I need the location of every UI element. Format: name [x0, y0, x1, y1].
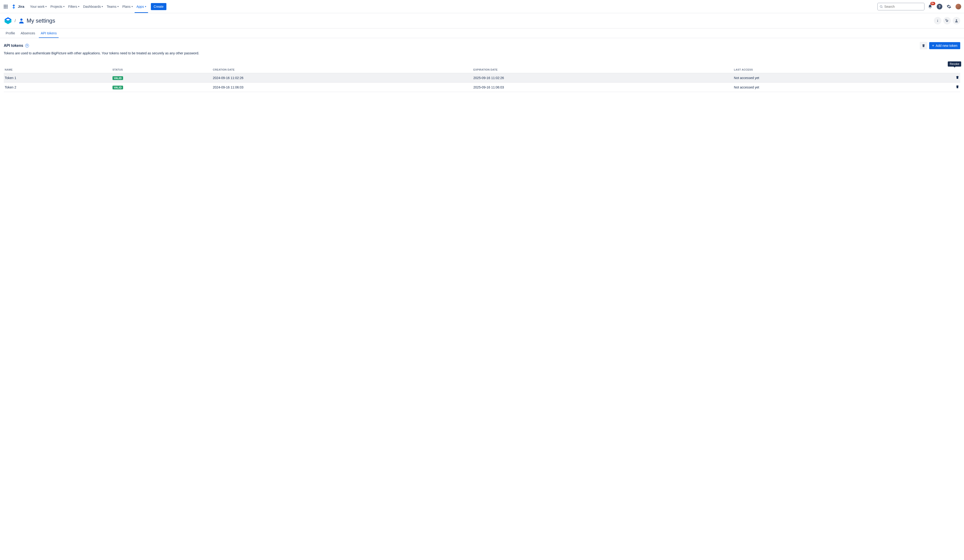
cell-name: Token 1 — [4, 73, 112, 83]
user-avatar[interactable] — [956, 4, 961, 10]
revoke-tooltip: Revoke — [948, 62, 961, 67]
app-switcher-icon[interactable] — [3, 4, 8, 10]
help-icon[interactable]: ? — [25, 44, 29, 47]
trash-icon — [956, 75, 959, 79]
help-button[interactable]: ? — [936, 3, 943, 10]
settings-button[interactable] — [945, 3, 953, 10]
person-icon — [954, 19, 958, 23]
chevron-down-icon: ▾ — [145, 5, 146, 8]
nav-item-apps[interactable]: Apps▾ — [135, 0, 148, 13]
tabs: ProfileAbsencesAPI tokens — [0, 28, 964, 38]
section-header: API tokens ? + Add new token — [4, 42, 960, 49]
trash-icon — [922, 44, 925, 47]
cell-name: Token 2 — [4, 83, 112, 92]
notification-badge: 9+ — [930, 2, 935, 5]
col-status: STATUS — [112, 66, 212, 73]
create-button[interactable]: Create — [151, 3, 166, 10]
svg-point-5 — [20, 19, 22, 21]
svg-rect-7 — [937, 21, 938, 22]
info-button[interactable] — [934, 17, 941, 24]
account-button[interactable] — [953, 17, 960, 24]
status-badge: VALID — [112, 76, 123, 80]
top-nav: Jira Your work▾Projects▾Filters▾Dashboar… — [0, 0, 964, 13]
tab-absences[interactable]: Absences — [19, 28, 37, 38]
table-row: Token 1VALID2024-09-16 11:02:262025-09-1… — [4, 73, 960, 83]
cell-last-access: Not accessed yet — [733, 73, 951, 83]
svg-line-1 — [882, 7, 883, 8]
nav-item-label: Your work — [30, 5, 45, 8]
cell-created: 2024-09-16 11:02:26 — [212, 73, 472, 83]
col-expiration-date: EXPIRATION DATE — [472, 66, 733, 73]
table-body: Token 1VALID2024-09-16 11:02:262025-09-1… — [4, 73, 960, 92]
revoke-button[interactable] — [951, 73, 960, 83]
nav-item-label: Dashboards — [83, 5, 101, 8]
nav-item-label: Teams — [107, 5, 116, 8]
col-name: NAME — [4, 66, 112, 73]
search-input[interactable] — [884, 5, 922, 8]
search-icon — [879, 5, 883, 8]
tokens-table: NAMESTATUSCREATION DATEEXPIRATION DATELA… — [4, 66, 960, 92]
delete-all-button[interactable] — [920, 42, 927, 49]
svg-point-0 — [880, 5, 882, 7]
nav-item-filters[interactable]: Filters▾ — [66, 0, 81, 13]
nav-item-dashboards[interactable]: Dashboards▾ — [81, 0, 105, 13]
api-tokens-section: API tokens ? + Add new token Tokens are … — [0, 38, 964, 96]
table-row: Token 2VALID2024-09-16 11:06:032025-09-1… — [4, 83, 960, 92]
plus-icon: + — [932, 44, 934, 47]
add-token-label: Add new token — [936, 44, 957, 47]
status-badge: VALID — [112, 86, 123, 90]
wrench-icon — [945, 19, 949, 23]
page-title: My settings — [27, 18, 55, 24]
user-icon — [18, 18, 25, 24]
table-header-row: NAMESTATUSCREATION DATEEXPIRATION DATELA… — [4, 66, 960, 73]
cell-last-access: Not accessed yet — [733, 83, 951, 92]
cell-expires: 2025-09-16 11:02:26 — [472, 73, 733, 83]
nav-item-teams[interactable]: Teams▾ — [105, 0, 120, 13]
nav-item-plans[interactable]: Plans▾ — [120, 0, 135, 13]
nav-item-label: Plans — [122, 5, 130, 8]
breadcrumb-separator: / — [15, 18, 16, 23]
chevron-down-icon: ▾ — [46, 5, 47, 8]
cell-created: 2024-09-16 11:06:03 — [212, 83, 472, 92]
page-header: / My settings — [0, 13, 964, 28]
chevron-down-icon: ▾ — [63, 5, 65, 8]
chevron-down-icon: ▾ — [102, 5, 103, 8]
section-title: API tokens — [4, 44, 23, 48]
tab-api-tokens[interactable]: API tokens — [39, 28, 59, 38]
section-description: Tokens are used to authenticate BigPictu… — [4, 51, 960, 55]
chevron-down-icon: ▾ — [78, 5, 79, 8]
info-icon — [936, 19, 940, 23]
revoke-button[interactable] — [951, 83, 960, 92]
add-token-button[interactable]: + Add new token — [929, 42, 960, 49]
tools-button[interactable] — [943, 17, 951, 24]
nav-item-label: Filters — [68, 5, 77, 8]
jira-product-name: Jira — [18, 5, 24, 8]
svg-point-6 — [937, 20, 938, 20]
col-actions: Revoke — [951, 66, 960, 73]
gear-icon — [946, 4, 951, 9]
nav-item-your-work[interactable]: Your work▾ — [28, 0, 49, 13]
cell-status: VALID — [112, 83, 212, 92]
search-box[interactable] — [878, 3, 925, 10]
svg-point-8 — [956, 20, 957, 21]
col-last-access: LAST ACCESS — [733, 66, 951, 73]
bigpicture-logo-icon[interactable] — [4, 16, 12, 25]
cell-expires: 2025-09-16 11:06:03 — [472, 83, 733, 92]
question-icon: ? — [937, 4, 942, 10]
chevron-down-icon: ▾ — [132, 5, 133, 8]
notifications-button[interactable]: 9+ — [927, 3, 934, 10]
nav-items: Your work▾Projects▾Filters▾Dashboards▾Te… — [28, 0, 148, 13]
chevron-down-icon: ▾ — [117, 5, 119, 8]
nav-item-projects[interactable]: Projects▾ — [49, 0, 66, 13]
trash-icon — [956, 85, 959, 89]
col-creation-date: CREATION DATE — [212, 66, 472, 73]
jira-logo[interactable]: Jira — [10, 4, 25, 10]
tab-profile[interactable]: Profile — [4, 28, 17, 38]
cell-status: VALID — [112, 73, 212, 83]
nav-item-label: Apps — [137, 5, 144, 8]
nav-item-label: Projects — [50, 5, 62, 8]
